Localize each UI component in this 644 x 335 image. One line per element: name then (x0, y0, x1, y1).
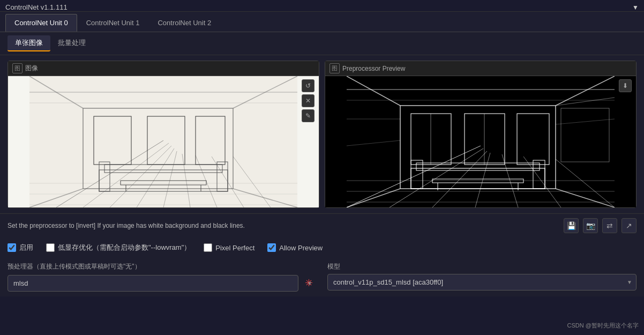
preprocessor-group: 预处理器（直接上传模式图或草稿时可选"无"） mlsd none canny h… (8, 262, 317, 292)
right-image-panel: 图 Preprocessor Preview (325, 61, 636, 208)
camera-icon: 📷 (586, 221, 595, 230)
model-label: 模型 (327, 262, 636, 271)
enable-checkbox-item[interactable]: 启用 (8, 243, 33, 252)
left-panel-label: 图像 (25, 64, 38, 73)
info-bar-icons: 💾 📷 ⇄ ↗ (564, 218, 636, 233)
info-bar: Set the preprocessor to [invert] If your… (0, 213, 644, 237)
preprocessor-select-wrapper: mlsd none canny hed openpose ▼ ✳ (8, 274, 317, 292)
low-vram-label: 低显存优化（需配合启动参数"--lowvram"） (58, 243, 191, 252)
info-text: Set the preprocessor to [invert] If your… (8, 222, 564, 229)
tab-unit-0[interactable]: ControlNet Unit 0 (5, 14, 77, 32)
model-group: 模型 control_v11p_sd15_mlsd [aca30ff0] ▼ (327, 262, 636, 292)
low-vram-checkbox[interactable] (46, 243, 55, 252)
right-panel-label: Preprocessor Preview (342, 65, 405, 72)
dark-preview-canvas (325, 76, 636, 207)
left-panel-header: 图 图像 (8, 61, 319, 76)
left-panel-body[interactable]: ↺ ✕ ✎ (8, 76, 319, 207)
right-panel-header: 图 Preprocessor Preview (325, 61, 636, 76)
top-bar: ControlNet v1.1.111 ▼ (0, 0, 644, 12)
bottom-section: 预处理器（直接上传模式图或草稿时可选"无"） mlsd none canny h… (0, 258, 644, 296)
reset-button[interactable]: ↺ (302, 79, 314, 92)
refresh-icon-button[interactable]: ⇄ (602, 218, 617, 233)
left-panel-controls: ↺ ✕ ✎ (302, 79, 314, 122)
fire-button[interactable]: ✳ (302, 274, 317, 292)
subtabs: 单张图像 批量处理 (0, 32, 644, 55)
sketch-canvas (8, 76, 319, 207)
tab-unit-2[interactable]: ControlNet Unit 2 (148, 14, 220, 32)
controls-row: 启用 低显存优化（需配合启动参数"--lowvram"） Pixel Perfe… (0, 237, 644, 258)
main-tabs: ControlNet Unit 0 ControlNet Unit 1 Cont… (0, 12, 644, 32)
arrow-icon: ↗ (626, 221, 632, 230)
left-image-panel: 图 图像 (8, 61, 319, 208)
subtab-single[interactable]: 单张图像 (8, 35, 50, 51)
right-panel-icon: 图 (330, 63, 340, 73)
image-panels: 图 图像 (0, 55, 644, 213)
pixel-perfect-checkbox-item[interactable]: Pixel Perfect (204, 243, 254, 252)
allow-preview-checkbox[interactable] (267, 243, 276, 252)
left-panel-icon: 图 (12, 63, 23, 73)
collapse-arrow[interactable]: ▼ (632, 4, 639, 11)
pixel-perfect-checkbox[interactable] (204, 243, 212, 252)
refresh-icon: ⇄ (606, 221, 613, 230)
model-select-wrapper: control_v11p_sd15_mlsd [aca30ff0] ▼ (327, 274, 636, 291)
arrow-icon-button[interactable]: ↗ (621, 218, 636, 233)
close-button[interactable]: ✕ (302, 94, 314, 107)
pixel-perfect-label: Pixel Perfect (215, 244, 254, 252)
save-icon: 💾 (567, 221, 576, 230)
low-vram-checkbox-item[interactable]: 低显存优化（需配合启动参数"--lowvram"） (46, 243, 191, 252)
subtab-batch[interactable]: 批量处理 (50, 35, 93, 51)
model-select[interactable]: control_v11p_sd15_mlsd [aca30ff0] (327, 274, 636, 291)
camera-icon-button[interactable]: 📷 (583, 218, 598, 233)
tab-unit-1[interactable]: ControlNet Unit 1 (77, 14, 149, 32)
enable-label: 启用 (19, 243, 33, 252)
download-button[interactable]: ⬇ (619, 79, 632, 92)
preprocessor-select[interactable]: mlsd none canny hed openpose (8, 275, 298, 292)
allow-preview-label: Allow Preview (279, 244, 323, 252)
preprocessor-label: 预处理器（直接上传模式图或草稿时可选"无"） (8, 262, 317, 271)
edit-button[interactable]: ✎ (302, 109, 314, 122)
right-panel-body[interactable]: ⬇ (325, 76, 636, 207)
app-title: ControlNet v1.1.111 (5, 3, 68, 11)
allow-preview-checkbox-item[interactable]: Allow Preview (267, 243, 323, 252)
watermark: CSDN @暂时先用这个名字 (567, 322, 639, 330)
fire-icon: ✳ (305, 277, 313, 289)
save-icon-button[interactable]: 💾 (564, 218, 579, 233)
enable-checkbox[interactable] (8, 243, 16, 252)
